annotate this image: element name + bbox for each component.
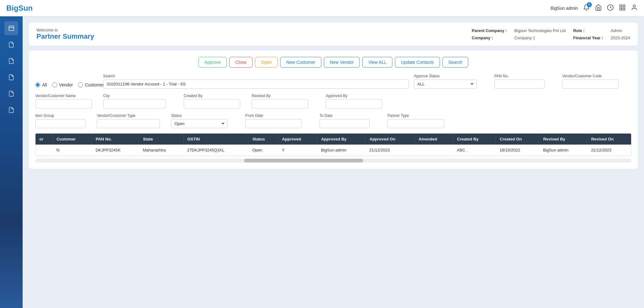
created-by-input[interactable] <box>184 99 240 108</box>
partner-type-input[interactable] <box>387 119 444 128</box>
table-cell-8: 21/12/2023 <box>366 145 415 156</box>
username-label: BigSun admin <box>551 6 578 11</box>
notification-icon[interactable]: 0 <box>583 4 590 13</box>
col-status: Status <box>248 134 278 145</box>
approved-by-input[interactable] <box>326 99 382 108</box>
speed-icon[interactable] <box>607 4 614 13</box>
from-date-label: From Date <box>245 113 314 118</box>
navbar-right: BigSun admin 0 <box>551 4 638 13</box>
content-card: Approve Close Open New Customer New Vend… <box>29 51 638 169</box>
col-customer: Customer <box>53 134 92 145</box>
revised-by-field-group: Revised By <box>252 94 321 108</box>
from-date-field-group: From Date <box>245 113 314 128</box>
status-select[interactable]: Open Close Approved <box>171 119 228 128</box>
close-button[interactable]: Close <box>229 57 253 68</box>
menu-icon[interactable] <box>619 4 626 13</box>
sidebar-item-2[interactable] <box>4 38 18 52</box>
main-content: Welcome to Partner Summary Parent Compan… <box>23 16 644 308</box>
col-state: State <box>139 134 183 145</box>
table-cell-13: 21/12/2023 <box>587 145 631 156</box>
from-date-input[interactable] <box>245 119 302 128</box>
toolbar: Approve Close Open New Customer New Vend… <box>35 57 631 68</box>
svg-point-5 <box>633 5 635 7</box>
svg-rect-6 <box>9 26 14 31</box>
header-card: Welcome to Partner Summary Parent Compan… <box>29 23 638 46</box>
col-created-on: Created On <box>496 134 539 145</box>
home-icon[interactable] <box>595 4 602 13</box>
table-cell-1: N <box>53 145 92 156</box>
new-vendor-button[interactable]: New Vendor <box>324 57 360 68</box>
page-header-left: Welcome to Partner Summary <box>36 28 94 41</box>
role-label: Role : <box>573 28 603 33</box>
table-cell-7: BigSun admin <box>317 145 366 156</box>
partner-type-label: Partner Type <box>387 113 457 118</box>
search-button[interactable]: Search <box>442 57 468 68</box>
col-or: or <box>36 134 53 145</box>
horizontal-scrollbar[interactable] <box>35 159 631 162</box>
company-value: Company 1 <box>514 36 566 40</box>
table-cell-9 <box>414 145 453 156</box>
update-contacts-button[interactable]: Update Contacts <box>395 57 440 68</box>
vendor-customer-name-input[interactable] <box>35 99 92 108</box>
parent-company-value: Bigsun Technologies Pvt Ltd <box>514 28 566 33</box>
pan-no-input[interactable] <box>494 80 545 89</box>
to-date-label: To Date <box>319 113 382 118</box>
table-row[interactable]: NDKJPP3245KMaharashtra27DKJPP3245Q1KLOpe… <box>36 145 631 156</box>
filter-section: All Vendor Customer Search <box>35 74 631 128</box>
revised-by-label: Revised By <box>252 94 321 98</box>
brand-logo[interactable]: BigSun <box>6 4 33 13</box>
vendor-customer-name-label: Vendor/Customer Name <box>35 94 98 98</box>
city-label: City <box>103 94 179 98</box>
app-layout: Welcome to Partner Summary Parent Compan… <box>0 16 644 308</box>
approve-status-select[interactable]: ALL Approved Pending Rejected <box>414 80 477 89</box>
new-customer-button[interactable]: New Customer <box>280 57 321 68</box>
sidebar-item-4[interactable] <box>4 70 18 84</box>
scrollbar-thumb[interactable] <box>244 159 363 162</box>
city-input[interactable] <box>103 99 166 108</box>
header-info: Parent Company : Bigsun Technologies Pvt… <box>472 28 630 40</box>
to-date-input[interactable] <box>319 119 370 128</box>
approved-by-label: Approved By <box>326 94 389 98</box>
table-cell-10: ABC . <box>453 145 496 156</box>
view-all-button[interactable]: View ALL <box>362 57 392 68</box>
revised-by-input[interactable] <box>252 99 308 108</box>
company-label: Company : <box>472 36 507 40</box>
sidebar-item-6[interactable] <box>4 103 18 117</box>
vendor-customer-code-field-group: Vendor/Customer Code <box>562 74 631 89</box>
table-cell-3: Maharashtra <box>139 145 183 156</box>
financial-year-label: Financial Year : <box>573 36 603 40</box>
to-date-field-group: To Date <box>319 113 382 128</box>
filter-row-3: Item Group Vendor/Customer Type Status O… <box>35 113 631 128</box>
table-cell-4: 27DKJPP3245Q1KL <box>183 145 248 156</box>
partner-type-field-group: Partner Type <box>387 113 457 128</box>
filter-row-1: All Vendor Customer Search <box>35 74 631 89</box>
status-label: Status <box>171 113 240 118</box>
item-group-input[interactable] <box>35 119 86 128</box>
svg-rect-1 <box>620 5 622 7</box>
vendor-customer-type-input[interactable] <box>97 119 160 128</box>
sidebar-item-1[interactable] <box>4 21 18 35</box>
vendor-customer-code-label: Vendor/Customer Code <box>562 74 631 78</box>
user-icon[interactable] <box>631 4 638 13</box>
col-revised-by: Revised By <box>539 134 587 145</box>
table-cell-6: Y <box>278 145 317 156</box>
vendor-customer-code-input[interactable] <box>562 80 619 89</box>
notification-badge: 0 <box>587 2 592 7</box>
sidebar-item-3[interactable] <box>4 54 18 68</box>
radio-customer[interactable]: Customer <box>78 82 104 87</box>
table-cell-12: BigSun admin <box>539 145 587 156</box>
radio-all[interactable]: All <box>35 82 47 87</box>
search-input[interactable] <box>103 80 409 89</box>
approve-button[interactable]: Approve <box>198 57 227 68</box>
table-cell-11: 18/10/2022 <box>496 145 539 156</box>
col-created-by: Created By <box>453 134 496 145</box>
col-approved-by: Approved By <box>317 134 366 145</box>
open-button[interactable]: Open <box>255 57 278 68</box>
table-cell-0 <box>36 145 53 156</box>
item-group-label: Item Group <box>35 113 92 118</box>
filter-row-2: Vendor/Customer Name City Created By Rev… <box>35 94 631 108</box>
radio-vendor[interactable]: Vendor <box>52 82 73 87</box>
created-by-label: Created By <box>184 94 247 98</box>
created-by-field-group: Created By <box>184 94 247 108</box>
sidebar-item-5[interactable] <box>4 87 18 101</box>
